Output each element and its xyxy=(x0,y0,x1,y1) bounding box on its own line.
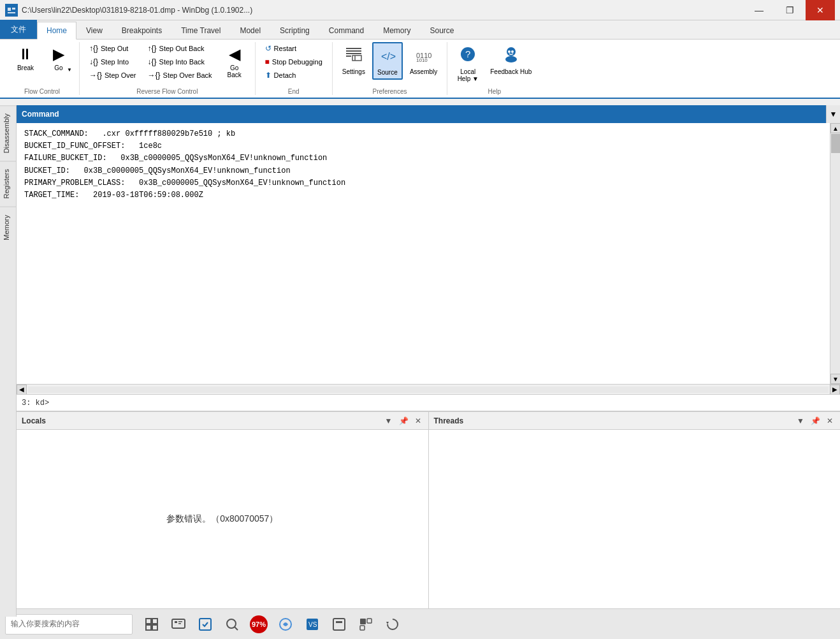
local-help-icon: ? xyxy=(459,45,477,67)
step-over-back-button[interactable]: →{} Step Over Back xyxy=(143,69,217,82)
tab-file[interactable]: 文件 xyxy=(0,20,37,39)
taskbar-icon-4[interactable] xyxy=(221,613,243,636)
close-button[interactable]: ✕ xyxy=(806,0,835,20)
svg-text:1010: 1010 xyxy=(416,57,428,63)
locals-panel-title: Locals xyxy=(22,416,383,425)
preferences-label: Preferences xyxy=(373,88,407,95)
svg-text:</>: </> xyxy=(381,51,396,62)
vtab-disassembly[interactable]: Disassembly xyxy=(0,105,16,161)
break-button[interactable]: ⏸ Break xyxy=(10,42,41,75)
command-vscrollbar[interactable]: ▲ ▼ xyxy=(830,123,840,384)
vtab-memory[interactable]: Memory xyxy=(0,207,16,248)
settings-label: Settings xyxy=(342,68,365,75)
step-into-icon: ↓{} xyxy=(89,57,98,66)
ribbon-group-break-go: ⏸ Break ▶ Go ▼ Flow Control xyxy=(5,42,80,95)
title-bar: C:\Users\lin22\Desktop\031819-8218-01.dm… xyxy=(0,0,840,20)
restart-button[interactable]: ↺ Restart xyxy=(261,42,327,55)
svg-rect-26 xyxy=(178,623,181,624)
feedback-hub-button[interactable]: Feedback Hub xyxy=(486,42,536,78)
taskbar-search[interactable]: 输入你要搜索的内容 xyxy=(5,614,133,635)
taskbar-icon-6[interactable]: VS xyxy=(301,613,324,636)
tab-memory[interactable]: Memory xyxy=(373,21,420,39)
threads-close-btn[interactable]: ✕ xyxy=(825,416,835,426)
tab-view[interactable]: View xyxy=(76,21,112,39)
taskbar-icon-2[interactable] xyxy=(167,613,190,636)
locals-close-btn[interactable]: ✕ xyxy=(413,416,423,426)
local-help-label: LocalHelp ▼ xyxy=(458,68,479,82)
locals-panel-icons: ▼ 📌 ✕ xyxy=(383,416,423,426)
go-back-button[interactable]: ◀ GoBack xyxy=(219,42,250,82)
app-icon xyxy=(5,4,18,17)
step-into-button[interactable]: ↓{} Step Into xyxy=(85,55,141,68)
tab-home[interactable]: Home xyxy=(37,22,76,40)
svg-rect-33 xyxy=(333,619,345,630)
taskbar-icon-9[interactable] xyxy=(381,613,404,636)
taskbar-icon-1[interactable] xyxy=(140,613,163,636)
step-out-button[interactable]: ↑{} Step Out xyxy=(85,42,141,55)
step-into-back-label: Step Into Back xyxy=(159,58,205,66)
command-panel-header: Command ✕ xyxy=(17,105,840,123)
panel-dropdown-button[interactable]: ▼ xyxy=(826,105,840,123)
tab-model[interactable]: Model xyxy=(230,21,270,39)
taskbar-search-text: 输入你要搜索的内容 xyxy=(11,619,80,629)
go-button[interactable]: ▶ Go ▼ xyxy=(43,42,74,75)
step-into-label: Step Into xyxy=(101,58,129,66)
svg-rect-19 xyxy=(146,619,151,624)
tab-time-travel[interactable]: Time Travel xyxy=(171,21,230,39)
restore-button[interactable]: ❐ xyxy=(775,0,804,20)
break-label: Break xyxy=(17,64,34,71)
detach-button[interactable]: ⬆ Detach xyxy=(261,69,327,82)
assembly-button[interactable]: 01101010 Assembly xyxy=(405,42,442,78)
threads-panel-header: Threads ▼ 📌 ✕ xyxy=(429,412,841,430)
vscroll-down-btn[interactable]: ▼ xyxy=(830,374,840,384)
ribbon-group-help: ? LocalHelp ▼ Feedback Hub Help xyxy=(447,42,541,95)
threads-panel-icons: ▼ 📌 ✕ xyxy=(795,416,835,426)
taskbar-icon-3[interactable] xyxy=(194,613,217,636)
vscroll-thumb[interactable] xyxy=(831,134,840,153)
svg-line-29 xyxy=(235,627,238,630)
step-over-icon: →{} xyxy=(89,71,102,80)
hscroll-right-btn[interactable]: ▶ xyxy=(830,385,840,395)
stop-debugging-button[interactable]: ■ Stop Debugging xyxy=(261,55,327,68)
command-input[interactable] xyxy=(52,399,835,408)
threads-pin-btn[interactable]: 📌 xyxy=(809,416,822,426)
svg-rect-37 xyxy=(360,626,365,630)
go-label: Go xyxy=(54,64,62,71)
tab-source[interactable]: Source xyxy=(421,21,464,39)
taskbar-icon-8[interactable] xyxy=(354,613,377,636)
tab-command[interactable]: Command xyxy=(319,21,373,39)
step-out-back-button[interactable]: ↑{} Step Out Back xyxy=(143,42,217,55)
svg-rect-20 xyxy=(152,619,157,624)
percent-text: 97% xyxy=(250,615,268,633)
hscroll-left-btn[interactable]: ◀ xyxy=(17,385,27,395)
vtab-registers[interactable]: Registers xyxy=(0,161,16,206)
local-help-button[interactable]: ? LocalHelp ▼ xyxy=(453,42,483,85)
taskbar-percent-badge[interactable]: 97% xyxy=(247,613,270,636)
vscroll-up-btn[interactable]: ▲ xyxy=(830,123,840,133)
minimize-button[interactable]: — xyxy=(744,0,774,20)
bottom-panels: Locals ▼ 📌 ✕ 参数错误。（0x80070057） Threads ▼… xyxy=(17,411,840,608)
threads-dropdown-btn[interactable]: ▼ xyxy=(795,416,806,426)
command-panel-title: Command xyxy=(22,110,822,119)
locals-dropdown-btn[interactable]: ▼ xyxy=(383,416,395,426)
step-into-back-button[interactable]: ↓{} Step Into Back xyxy=(143,55,217,68)
taskbar-icons: 97% VS xyxy=(140,613,404,636)
source-button[interactable]: </> Source xyxy=(372,42,403,80)
settings-button[interactable]: Settings xyxy=(338,42,370,78)
step-over-button[interactable]: →{} Step Over xyxy=(85,69,141,82)
step-out-icon: ↑{} xyxy=(89,44,98,53)
svg-rect-25 xyxy=(178,621,182,622)
svg-rect-2 xyxy=(12,8,15,10)
tab-scripting[interactable]: Scripting xyxy=(270,21,319,39)
taskbar-icon-5[interactable] xyxy=(274,613,297,636)
vertical-tabs: Disassembly Registers Memory xyxy=(0,105,17,617)
taskbar-icon-7[interactable] xyxy=(328,613,351,636)
command-output[interactable]: STACK_COMMAND: .cxr 0xfffff880029b7e510 … xyxy=(17,123,830,384)
step-col-left: ↑{} Step Out ↓{} Step Into →{} Step Over xyxy=(85,42,141,82)
stop-icon: ■ xyxy=(265,57,270,66)
locals-pin-btn[interactable]: 📌 xyxy=(397,416,410,426)
svg-rect-8 xyxy=(352,55,361,61)
command-prompt: 3: kd> xyxy=(22,399,49,408)
tab-breakpoints[interactable]: Breakpoints xyxy=(112,21,171,39)
threads-panel-title: Threads xyxy=(434,416,795,425)
